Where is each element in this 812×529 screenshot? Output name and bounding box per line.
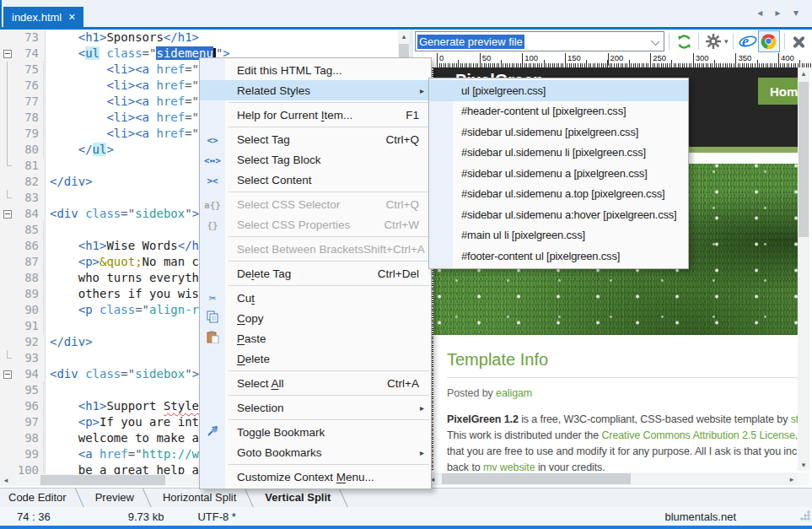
home-nav-button[interactable]: Home <box>758 78 798 105</box>
menu-item-customize-context-menu[interactable]: Customize Context Menu... <box>200 467 431 487</box>
code-text[interactable] <box>46 318 50 334</box>
template-link[interactable]: my website <box>483 462 535 471</box>
code-text[interactable]: <div class="sidebox"> <box>46 206 199 222</box>
menu-item-toggle-bookmark[interactable]: Toggle Bookmark <box>200 422 431 442</box>
chrome-icon <box>761 34 777 50</box>
related-style-item[interactable]: #sidebar ul.sidemenu a.top [pixelgreen.c… <box>429 184 688 205</box>
template-link[interactable]: ealigam <box>496 387 532 399</box>
menu-item-edit-this-html-tag[interactable]: Edit this HTML Tag... <box>200 60 431 80</box>
view-tab-preview[interactable]: Preview <box>87 489 154 508</box>
code-text[interactable]: <p class="align-rig <box>46 302 213 318</box>
code-text[interactable]: <li><a href="ht <box>46 78 213 94</box>
code-text[interactable]: <li><a href="ht <box>46 126 213 142</box>
code-text[interactable]: <h1>Sponsors</h1> <box>46 30 199 46</box>
template-link[interactable]: Creative Commons Attribution 2.5 License… <box>601 429 798 441</box>
code-text[interactable]: <li><a href="ht <box>46 94 213 110</box>
code-text[interactable]: </div> <box>46 174 93 190</box>
preview-horizontal-scrollbar[interactable]: ◂ ▸ <box>427 472 798 485</box>
related-style-item[interactable]: #header-content ul [pixelgreen.css] <box>429 101 688 122</box>
fold-marker[interactable] <box>0 366 15 382</box>
scroll-left-icon[interactable]: ◂ <box>0 474 12 486</box>
menu-item-select-all[interactable]: Select AllCtrl+A <box>200 373 431 393</box>
preview-in-chrome-button[interactable] <box>758 30 780 52</box>
fold-marker[interactable] <box>0 46 15 62</box>
tab-close-icon[interactable]: × <box>68 11 75 23</box>
code-text[interactable]: <p>If you are inter <box>46 414 213 430</box>
settings-dropdown-icon[interactable]: ▾ <box>724 37 729 46</box>
refresh-button[interactable] <box>674 31 694 51</box>
menu-separator <box>229 192 429 192</box>
menu-item-delete-tag[interactable]: Delete TagCtrl+Del <box>200 263 431 283</box>
code-text[interactable]: </ul> <box>46 142 114 158</box>
code-text[interactable]: <p>&quot;No man can <box>46 254 213 270</box>
scroll-down-icon[interactable]: ▾ <box>798 459 809 471</box>
template-text: This work is distributed under the <box>447 429 601 441</box>
scrollbar-thumb[interactable] <box>40 475 165 485</box>
menu-item-select-tag[interactable]: <>Select TagCtrl+Q <box>200 129 431 149</box>
code-text[interactable]: <div class="sidebox"> <box>46 366 199 382</box>
preview-vertical-scrollbar[interactable]: ▴ ▾ <box>798 67 809 471</box>
scrollbar-thumb[interactable] <box>799 82 809 237</box>
menu-item-cut[interactable]: ✂Cut <box>200 288 431 308</box>
menu-item-paste[interactable]: Paste <box>200 328 431 348</box>
menu-item-select-content[interactable]: ><Select Content <box>200 170 431 190</box>
scrollbar-thumb[interactable] <box>442 473 631 484</box>
scroll-right-icon[interactable]: ▸ <box>786 473 798 485</box>
tab-index-html[interactable]: index.html × <box>3 7 83 27</box>
menu-item-select-tag-block[interactable]: <↔>Select Tag Block <box>200 149 431 170</box>
code-text[interactable]: <a href="http://www <box>46 446 213 462</box>
resize-grip-icon[interactable] <box>800 510 810 521</box>
related-style-item[interactable]: #sidebar ul.sidemenu [pixelgreen.css] <box>429 121 688 143</box>
settings-button[interactable] <box>703 31 723 51</box>
code-text[interactable]: welcome to make a s <box>46 430 213 446</box>
code-text[interactable]: </div> <box>46 334 93 350</box>
related-style-item[interactable]: #main ul li [pixelgreen.css] <box>429 225 688 246</box>
view-tab-vertical-split[interactable]: Vertical Split <box>256 489 351 508</box>
code-text[interactable] <box>46 350 50 366</box>
related-style-item[interactable]: ul [pixelgreen.css] <box>429 80 688 101</box>
chevron-down-icon[interactable] <box>651 37 659 46</box>
preview-mode-combobox[interactable]: Generate preview file <box>415 31 664 51</box>
scroll-up-icon[interactable]: ▴ <box>798 67 809 79</box>
code-text[interactable]: <li><a href="ht <box>46 62 213 78</box>
line-number: 91 <box>15 318 46 334</box>
fold-marker <box>0 222 15 238</box>
code-text[interactable]: <h1>Wise Words</h1> <box>46 238 213 254</box>
code-token: who turns everythin <box>50 271 213 284</box>
related-style-item[interactable]: #sidebar ul.sidemenu a:hover [pixelgreen… <box>429 204 688 225</box>
related-style-item[interactable]: #footer-content ul [pixelgreen.css] <box>429 246 688 267</box>
menu-item-goto-bookmarks[interactable]: Goto Bookmarks▸ <box>200 442 431 462</box>
related-style-item[interactable]: #sidebar ul.sidemenu li [pixelgreen.css] <box>429 143 688 164</box>
close-preview-button[interactable] <box>789 31 809 51</box>
menu-item-select-between-brackets[interactable]: Select Between BracketsShift+Ctrl+A <box>200 239 431 259</box>
menu-item-select-css-selector[interactable]: a{}Select CSS SelectorCtrl+Q <box>200 194 431 214</box>
code-token: href <box>99 447 128 461</box>
code-text[interactable]: others if you wish <box>46 286 206 302</box>
code-text[interactable]: <h1>Support Stylesh <box>46 398 213 414</box>
code-line[interactable]: 73 <h1>Sponsors</h1> <box>0 30 410 46</box>
fold-marker[interactable] <box>0 206 15 222</box>
menu-item-related-styles[interactable]: Related Styles▸ <box>200 80 431 100</box>
code-token: <div <box>50 207 78 220</box>
tab-scroll-arrows[interactable]: ◂ ▸ ▾ <box>757 7 804 19</box>
combobox-value: Generate preview file <box>417 35 524 49</box>
menu-item-selection[interactable]: Selection▸ <box>200 397 431 418</box>
menu-item-copy[interactable]: Copy <box>200 308 431 328</box>
menu-item-select-css-properties[interactable]: {}Select CSS PropertiesCtrl+W <box>200 214 431 235</box>
code-text[interactable] <box>46 382 50 398</box>
scroll-up-icon[interactable]: ▴ <box>398 30 410 42</box>
view-tab-code-editor[interactable]: Code Editor <box>0 489 87 508</box>
code-token: welcome to make a s <box>50 431 213 445</box>
code-text[interactable] <box>46 222 50 238</box>
code-text[interactable] <box>46 158 50 174</box>
code-text[interactable]: who turns everythin <box>46 270 213 286</box>
template-link[interactable]: styl <box>791 413 798 425</box>
view-tab-horizontal-split[interactable]: Horizontal Split <box>154 489 256 508</box>
code-text[interactable] <box>46 190 50 206</box>
code-text[interactable]: <li><a href="ht <box>46 110 213 126</box>
preview-in-ie-button[interactable]: e <box>738 31 758 51</box>
related-style-item[interactable]: #sidebar ul.sidemenu a [pixelgreen.css] <box>429 163 688 184</box>
menu-item-delete[interactable]: Delete <box>200 348 431 369</box>
menu-item-label: Help for Current Item... <box>200 109 352 121</box>
menu-item-help-for-current-item[interactable]: Help for Current Item...F1 <box>200 105 431 125</box>
